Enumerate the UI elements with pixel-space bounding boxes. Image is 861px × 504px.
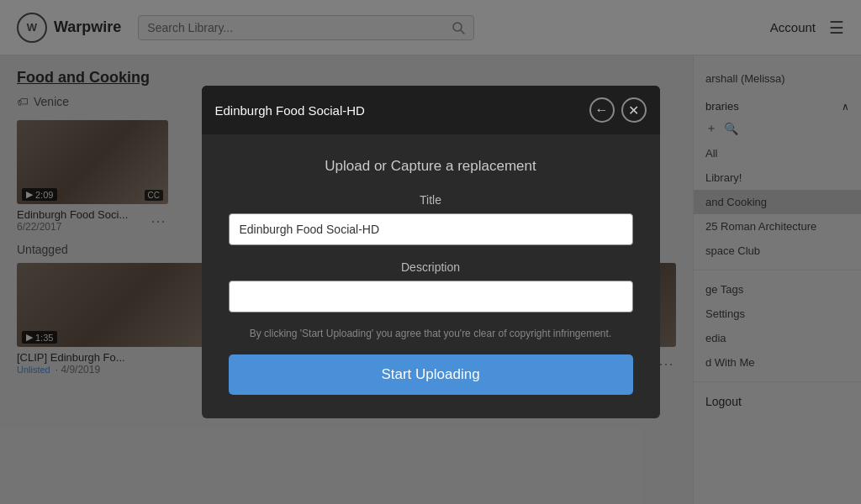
description-label: Description: [229, 260, 633, 274]
start-uploading-button[interactable]: Start Uploading: [229, 354, 633, 395]
modal-title: Edinburgh Food Social-HD: [215, 103, 365, 118]
close-icon: ✕: [628, 102, 639, 118]
modal-body: Upload or Capture a replacement Title De…: [202, 134, 660, 418]
modal-overlay[interactable]: Edinburgh Food Social-HD ← ✕ Upload or C…: [0, 0, 861, 504]
modal-section-title: Upload or Capture a replacement: [229, 158, 633, 175]
title-field: Title: [229, 193, 633, 245]
description-input[interactable]: [229, 281, 633, 312]
modal-header-buttons: ← ✕: [589, 97, 647, 123]
title-input[interactable]: [229, 213, 633, 245]
modal-back-button[interactable]: ←: [589, 97, 615, 123]
copyright-notice: By clicking 'Start Uploading' you agree …: [229, 328, 633, 339]
modal: Edinburgh Food Social-HD ← ✕ Upload or C…: [202, 86, 660, 418]
title-label: Title: [229, 193, 633, 207]
description-field: Description: [229, 260, 633, 312]
back-icon: ←: [595, 102, 609, 118]
modal-header: Edinburgh Food Social-HD ← ✕: [202, 86, 660, 134]
modal-close-button[interactable]: ✕: [621, 97, 647, 123]
